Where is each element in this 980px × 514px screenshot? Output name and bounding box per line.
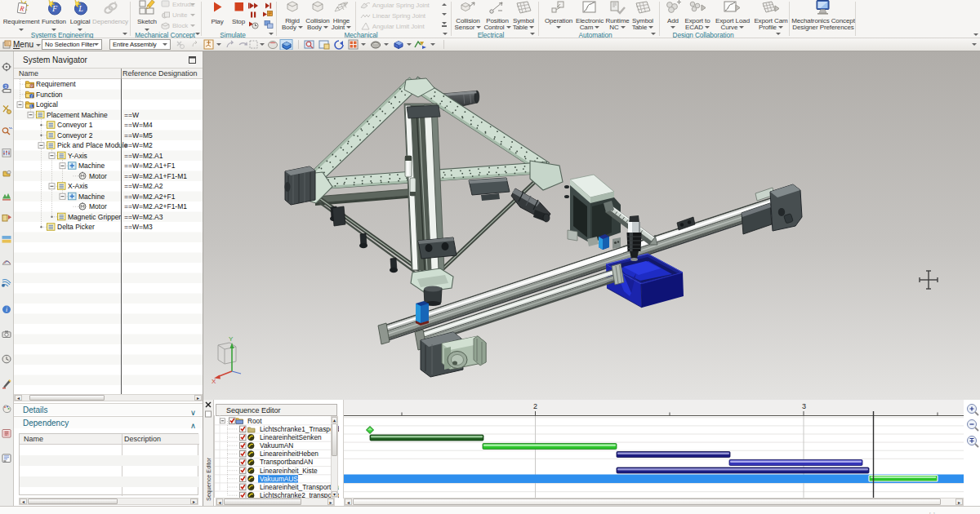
svg-text:Root: Root	[247, 417, 262, 425]
svg-text:3: 3	[4, 84, 7, 89]
svg-text:3: 3	[802, 402, 806, 410]
svg-text:==W=M2.A1+F1: ==W=M2.A1+F1	[124, 162, 176, 170]
svg-text:==W: ==W	[124, 111, 139, 119]
svg-text:==W=M5: ==W=M5	[124, 131, 153, 140]
svg-text:2: 2	[533, 402, 537, 410]
svg-text:==W=M3: ==W=M3	[124, 223, 153, 231]
svg-text:==W=M2.A1+F1-M1: ==W=M2.A1+F1-M1	[124, 172, 187, 180]
svg-text:Machine: Machine	[78, 193, 105, 201]
svg-text:Y: Y	[229, 335, 234, 343]
svg-text:Y-Axis: Y-Axis	[68, 152, 87, 160]
svg-text:Conveyor 2: Conveyor 2	[57, 131, 93, 140]
svg-text:Lichtschranke1_Trnasportband: Lichtschranke1_Trnasportband	[260, 425, 339, 433]
svg-text:Motor: Motor	[89, 172, 107, 180]
svg-text:LineareinheitSenken: LineareinheitSenken	[260, 433, 322, 441]
svg-text:Lichtschranke2_transportband: Lichtschranke2_transportband	[260, 491, 339, 498]
svg-text:Sequence Editor: Sequence Editor	[205, 457, 212, 501]
svg-text:X: X	[212, 378, 216, 385]
svg-text:Magnetic Gripper: Magnetic Gripper	[68, 213, 121, 221]
svg-text:==W=M2.A2+F1-M1: ==W=M2.A2+F1-M1	[124, 202, 187, 210]
svg-text:Machine: Machine	[78, 162, 105, 170]
svg-text:L: L	[78, 4, 83, 13]
svg-text:Placement Machine: Placement Machine	[47, 111, 108, 119]
svg-text:VakuumAN: VakuumAN	[260, 441, 293, 450]
svg-text:Delta Picker: Delta Picker	[57, 223, 95, 231]
svg-text:X-Axis: X-Axis	[68, 182, 88, 190]
svg-text:Requirement: Requirement	[36, 80, 76, 88]
svg-text:i: i	[6, 306, 7, 313]
svg-text:TransportbandAN: TransportbandAN	[260, 458, 313, 466]
svg-text:==W=M2.A2+F1: ==W=M2.A2+F1	[124, 193, 176, 201]
svg-text:==W=M2.A1: ==W=M2.A1	[124, 152, 163, 160]
svg-text:F: F	[51, 4, 58, 13]
svg-text:Pick and Place Module: Pick and Place Module	[57, 141, 128, 149]
svg-text:VakuumAUS: VakuumAUS	[260, 475, 298, 483]
svg-text:Lineareinheit_Transportband: Lineareinheit_Transportband	[260, 483, 339, 491]
svg-text:Lineareinheit_Kiste: Lineareinheit_Kiste	[260, 467, 318, 475]
svg-text:Logical: Logical	[36, 100, 58, 109]
svg-text:LineareinheitHeben: LineareinheitHeben	[260, 450, 318, 458]
svg-text:==W=M2: ==W=M2	[124, 141, 153, 149]
svg-text:Conveyor 1: Conveyor 1	[57, 121, 93, 129]
svg-text:Motor: Motor	[89, 202, 107, 210]
svg-text:==W=M2.A3: ==W=M2.A3	[124, 213, 163, 221]
svg-text:Function: Function	[36, 91, 63, 99]
svg-text:==W=M4: ==W=M4	[124, 121, 153, 129]
svg-text:==W=M2.A2: ==W=M2.A2	[124, 182, 163, 190]
